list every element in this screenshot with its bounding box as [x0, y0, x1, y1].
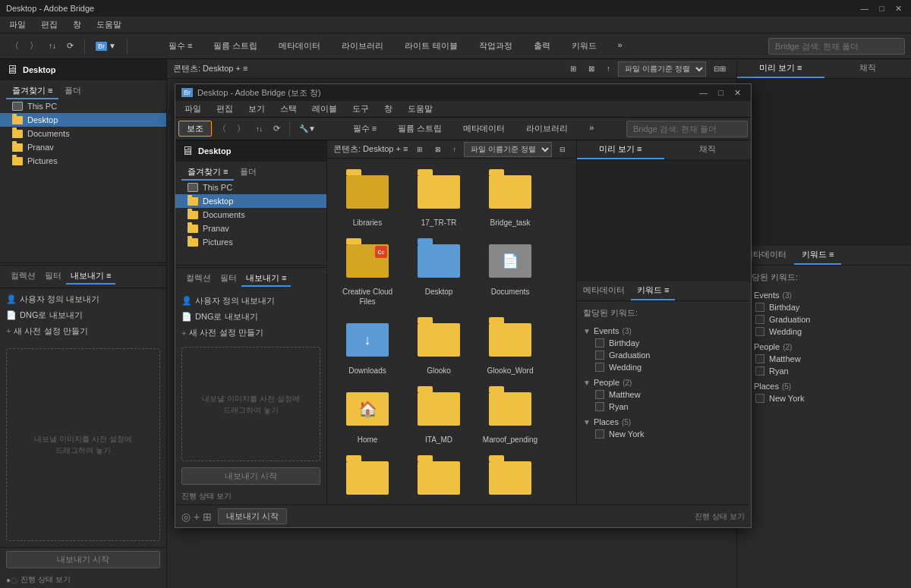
- collection-tab[interactable]: 컬렉션: [6, 269, 40, 285]
- view-toggle[interactable]: ⊟⊞: [709, 62, 730, 75]
- new-preset-btn[interactable]: + 새 사전 설정 만들기: [6, 323, 160, 339]
- overlay-sidebar-pictures[interactable]: Pictures: [175, 235, 326, 249]
- sidebar-item-desktop[interactable]: Desktop: [0, 113, 166, 127]
- nav-forward[interactable]: 〉: [25, 38, 43, 54]
- sidebar-item-documents[interactable]: Documents: [0, 127, 166, 140]
- favorites-tab[interactable]: 즐겨찾기 ≡: [6, 83, 58, 99]
- overlay-view1[interactable]: ⊞: [412, 143, 427, 156]
- workspace-more[interactable]: »: [613, 38, 627, 54]
- overlay-new-preset[interactable]: + 새 사전 설정 만들기: [181, 325, 320, 341]
- overlay-sort-asc[interactable]: ↑: [449, 143, 462, 156]
- overlay-sidebar-pranav[interactable]: Pranav: [175, 222, 326, 235]
- preview-tab[interactable]: 미리 보기 ≡: [737, 59, 824, 78]
- overlay-export-start-btn[interactable]: 내보내기 시작: [218, 508, 287, 524]
- workspace-essential[interactable]: 필수 ≡: [164, 38, 197, 54]
- overlay-tools[interactable]: 🔧▼: [295, 122, 320, 135]
- overlay-nav-up[interactable]: ↑↓: [251, 123, 267, 135]
- places-header[interactable]: ▼ Places (5): [743, 380, 905, 392]
- keyword-newyork[interactable]: New York: [743, 392, 905, 404]
- overlay-menu-tools[interactable]: 도구: [349, 102, 372, 116]
- dng-export-btn[interactable]: 📄 DNG로 내보내기: [6, 307, 160, 323]
- overlay-file-bridgetask[interactable]: Bridge_task: [476, 165, 544, 231]
- overlay-menu-file[interactable]: 파일: [181, 102, 204, 116]
- overlay-file-documents[interactable]: 📄 Documents: [476, 234, 544, 310]
- overlay-kw-matthew[interactable]: Matthew: [583, 388, 745, 401]
- overlay-preview-tab[interactable]: 미리 보기 ≡: [577, 140, 664, 159]
- filter-tab[interactable]: 필터: [40, 269, 66, 285]
- view-size-large[interactable]: ⊠: [584, 62, 599, 75]
- workspace-metadata[interactable]: 메타데이터: [274, 38, 325, 54]
- sort-asc[interactable]: ↑: [602, 62, 615, 75]
- nav-refresh[interactable]: ⟳: [62, 39, 78, 53]
- overlay-kw-newyork[interactable]: New York: [583, 428, 745, 440]
- overlay-ws-essential[interactable]: 필수 ≡: [348, 121, 381, 137]
- overlay-matthew-cb[interactable]: [595, 390, 604, 399]
- overlay-file-home[interactable]: 🏠 Home: [333, 382, 402, 448]
- events-header[interactable]: ▼ Events (3): [743, 289, 905, 301]
- keyword-wedding[interactable]: Wedding: [743, 325, 905, 338]
- overlay-sidebar-thispc[interactable]: This PC: [175, 181, 326, 194]
- menu-edit[interactable]: 편집: [38, 17, 61, 32]
- overlay-bozo-btn[interactable]: 보조: [178, 121, 212, 137]
- close-btn[interactable]: ✕: [892, 4, 905, 14]
- overlay-file-mdtooltip[interactable]: MDTooltip: [476, 451, 544, 505]
- workspace-lighttable[interactable]: 라이트 테이블: [400, 38, 462, 54]
- workspace-filmstrip[interactable]: 필름 스트립: [209, 38, 262, 54]
- nav-back[interactable]: 〈: [6, 38, 24, 54]
- overlay-file-17trtr[interactable]: 17_TR-TR: [405, 165, 473, 231]
- maximize-btn[interactable]: □: [876, 4, 887, 14]
- overlay-file-downloads[interactable]: ↓ Downloads: [333, 313, 402, 379]
- keyword-birthday[interactable]: Birthday: [743, 301, 905, 313]
- newyork-checkbox[interactable]: [755, 394, 764, 403]
- overlay-view2[interactable]: ⊠: [430, 143, 446, 156]
- search-input[interactable]: [768, 38, 905, 55]
- graduation-checkbox[interactable]: [755, 315, 764, 324]
- overlay-file-glooko[interactable]: Glooko: [405, 313, 473, 379]
- overlay-maximize[interactable]: □: [714, 88, 727, 98]
- overlay-collection-tab[interactable]: 컬렉션: [181, 271, 216, 287]
- keywords-tab-btn[interactable]: 키워드 ≡: [794, 246, 841, 265]
- overlay-folders-tab[interactable]: 폴더: [234, 165, 263, 181]
- overlay-kw-graduation[interactable]: Graduation: [583, 349, 745, 361]
- overlay-menu-stack[interactable]: 스택: [277, 102, 300, 116]
- overlay-progress[interactable]: 진행 상태 보기: [175, 488, 326, 505]
- overlay-start-btn[interactable]: 내보내기 시작: [181, 467, 320, 485]
- overlay-ws-library[interactable]: 라이브러리: [522, 121, 572, 137]
- folders-tab[interactable]: 폴더: [58, 83, 87, 99]
- overlay-ws-more[interactable]: »: [585, 121, 598, 137]
- overlay-view-toggle[interactable]: ⊟: [555, 143, 570, 156]
- keyword-matthew[interactable]: Matthew: [743, 353, 905, 365]
- keyword-ryan[interactable]: Ryan: [743, 365, 905, 377]
- overlay-menu-label[interactable]: 레이블: [309, 102, 340, 116]
- workspace-workflow[interactable]: 작업과정: [474, 38, 517, 54]
- overlay-meta-tab[interactable]: 메타데이터: [577, 281, 631, 300]
- overlay-dng-export[interactable]: 📄 DNG로 내보내기: [181, 309, 320, 325]
- overlay-sidebar-desktop[interactable]: Desktop: [175, 194, 326, 208]
- menu-window[interactable]: 창: [70, 17, 84, 32]
- sort-dropdown[interactable]: 파일 이름기준 정렬: [618, 61, 706, 77]
- overlay-ryan-cb[interactable]: [595, 402, 604, 411]
- overlay-file-libraries[interactable]: Libraries: [333, 165, 402, 231]
- overlay-search-input[interactable]: [626, 121, 748, 137]
- wedding-checkbox[interactable]: [755, 327, 764, 336]
- overlay-events-header[interactable]: ▼ Events (3): [583, 325, 745, 337]
- user-export-btn[interactable]: 👤 사용자 정의 내보내기: [6, 291, 160, 307]
- overlay-menu-edit[interactable]: 편집: [213, 102, 236, 116]
- menu-file[interactable]: 파일: [6, 17, 29, 32]
- overlay-kw-wedding[interactable]: Wedding: [583, 361, 745, 373]
- overlay-graduation-cb[interactable]: [595, 351, 604, 360]
- overlay-kw-tab[interactable]: 키워드 ≡: [631, 281, 675, 300]
- overlay-file-mdgkit[interactable]: MD_Gkit: [405, 451, 473, 505]
- view-size-small[interactable]: ⊞: [566, 62, 581, 75]
- overlay-ws-metadata[interactable]: 메타데이터: [459, 121, 509, 137]
- overlay-file-ccfiles[interactable]: Cc Creative Cloud Files: [333, 234, 402, 310]
- overlay-birthday-cb[interactable]: [595, 338, 604, 347]
- birthday-checkbox[interactable]: [755, 303, 764, 312]
- overlay-menu-window[interactable]: 창: [381, 102, 396, 116]
- workspace-keywords[interactable]: 키워드: [567, 38, 601, 54]
- menu-help[interactable]: 도움말: [93, 17, 125, 32]
- overlay-sort-dropdown[interactable]: 파일 이름기준 정렬: [464, 142, 552, 157]
- tools-btn[interactable]: Br ▼: [91, 39, 121, 53]
- overlay-user-export[interactable]: 👤 사용자 정의 내보내기: [181, 293, 320, 309]
- overlay-file-md18[interactable]: MD_18_8_23: [333, 451, 402, 505]
